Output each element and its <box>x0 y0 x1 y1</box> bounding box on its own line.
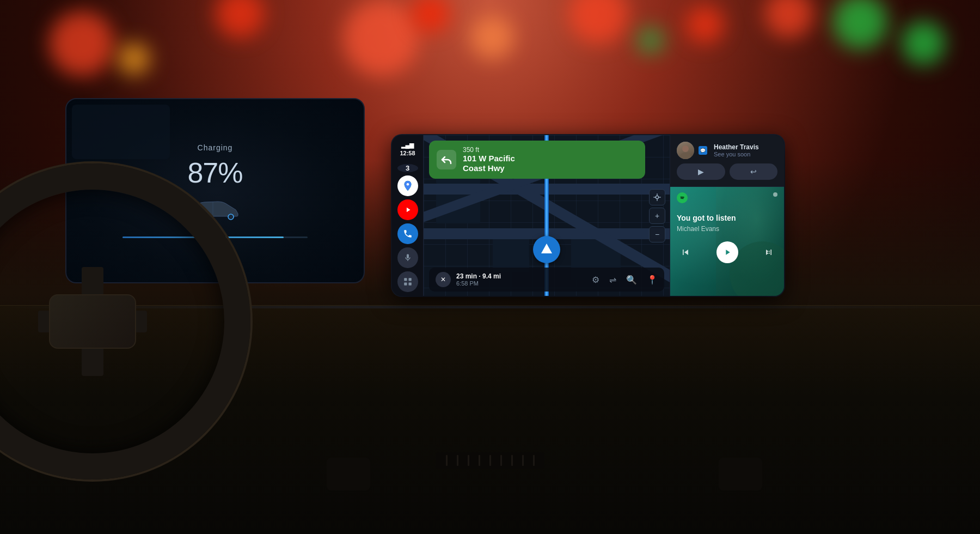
right-panel: 💬 Heather Travis See you soon ▶ ↩ <box>670 135 784 296</box>
charging-label: Charging <box>198 143 233 152</box>
message-actions: ▶ ↩ <box>677 163 777 180</box>
svg-rect-7 <box>408 283 411 286</box>
navigation-arrow <box>533 236 560 263</box>
app-sidebar: ▂▄▆ 12:58 3 <box>392 135 424 296</box>
message-header: 💬 Heather Travis See you soon <box>677 142 777 159</box>
play-message-button[interactable]: ▶ <box>677 163 725 180</box>
status-bar: ▂▄▆ 12:58 <box>400 142 415 156</box>
contact-avatar <box>677 142 694 159</box>
navigation-eta-bar: ✕ 23 min · 9.4 mi 6:58 PM ⚙ ⇌ 🔍 📍 <box>429 268 664 292</box>
reply-message-button[interactable]: ↩ <box>730 163 778 180</box>
svg-point-3 <box>406 183 409 186</box>
cluster-mini-map <box>72 105 170 159</box>
vent-slot <box>468 455 469 466</box>
signal-icon: ▂▄▆ <box>401 142 414 149</box>
apps-grid-icon[interactable] <box>397 271 418 292</box>
sms-icon: 💬 <box>699 146 707 155</box>
vent-slot <box>511 455 513 466</box>
routes-icon[interactable]: ⇌ <box>609 275 616 285</box>
android-auto-display: ▂▄▆ 12:58 3 <box>392 135 784 296</box>
artist-name: Michael Evans <box>677 225 777 233</box>
steering-wheel <box>0 163 250 480</box>
svg-point-8 <box>656 196 658 198</box>
nav-distance: 350 ft <box>463 146 515 154</box>
music-player-card: You got to listen Michael Evans <box>670 187 784 296</box>
nav-street-line1: 101 W Pacific <box>463 154 515 163</box>
vent-slot <box>522 455 524 466</box>
time-display: 12:58 <box>400 150 415 156</box>
nav-street-line2: Coast Hwy <box>463 163 515 173</box>
eta-duration: 23 min · 9.4 mi <box>456 272 501 280</box>
zoom-in-button[interactable]: + <box>649 208 665 224</box>
vent-slot <box>533 455 535 466</box>
navigation-banner: 350 ft 101 W Pacific Coast Hwy <box>429 141 645 179</box>
svg-rect-5 <box>408 278 411 281</box>
maps-app-icon[interactable] <box>397 175 418 196</box>
microphone-icon[interactable] <box>397 247 418 268</box>
track-title: You got to listen <box>677 213 777 223</box>
next-track-button[interactable] <box>760 244 777 261</box>
svg-rect-4 <box>404 278 407 281</box>
steering-wheel-container <box>0 163 316 534</box>
air-vent <box>436 452 544 469</box>
background-scene: Charging 87% ▂▄▆ 12:58 <box>0 0 980 534</box>
close-navigation-button[interactable]: ✕ <box>436 272 451 287</box>
previous-track-button[interactable] <box>677 244 694 261</box>
zoom-out-button[interactable]: − <box>649 226 665 242</box>
eta-arrival-time: 6:58 PM <box>456 280 501 287</box>
vent-slot <box>489 455 491 466</box>
vent-slot <box>479 455 480 466</box>
pin-icon[interactable]: 📍 <box>647 275 658 285</box>
arrow-icon <box>541 244 552 253</box>
turn-number-badge: 3 <box>397 164 418 172</box>
map-area[interactable]: 350 ft 101 W Pacific Coast Hwy <box>424 135 670 296</box>
recenter-button[interactable] <box>649 189 665 205</box>
turn-direction-icon <box>437 150 456 169</box>
search-icon[interactable]: 🔍 <box>626 275 637 285</box>
vent-slot <box>457 455 458 466</box>
vent-slot <box>446 455 448 466</box>
steering-hub <box>49 294 136 349</box>
svg-rect-6 <box>404 283 407 286</box>
speaker-grille-left <box>327 458 370 490</box>
vent-slot <box>500 455 502 466</box>
map-toolbar: ⚙ ⇌ 🔍 📍 <box>592 275 658 285</box>
spotify-icon <box>677 192 688 203</box>
phone-app-icon[interactable] <box>397 223 418 244</box>
play-pause-button[interactable] <box>716 241 738 263</box>
music-controls <box>677 241 777 263</box>
avatar-image <box>677 142 694 159</box>
settings-icon[interactable]: ⚙ <box>592 275 599 285</box>
speaker-grille-right <box>719 458 762 490</box>
youtube-music-icon[interactable] <box>397 199 418 220</box>
message-preview: See you soon <box>714 151 759 157</box>
music-indicator-dot <box>773 192 777 197</box>
svg-point-14 <box>680 153 691 159</box>
svg-point-13 <box>682 145 689 152</box>
message-notification-card: 💬 Heather Travis See you soon ▶ ↩ <box>670 135 784 187</box>
contact-name: Heather Travis <box>714 143 759 151</box>
map-controls: + − <box>649 189 665 242</box>
